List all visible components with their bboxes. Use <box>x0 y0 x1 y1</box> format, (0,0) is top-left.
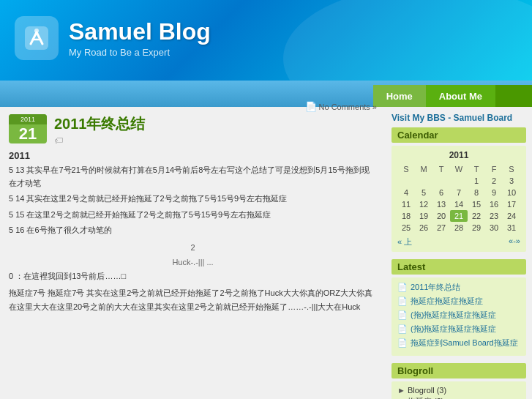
latest-widget: Latest 📄2011年终总结📄拖延症拖延症拖延症📄(拖)拖延症拖延症拖延症📄… <box>391 259 526 356</box>
content-line-1: 5 13 其实早在7号21号的时候就有打算在5月14号前后8号左右写这个总结了可… <box>9 164 377 190</box>
cal-day[interactable]: 23 <box>485 210 503 222</box>
cal-day[interactable]: 4 <box>397 187 415 198</box>
post-date-box: 2011 21 <box>9 114 47 143</box>
blogroll-item[interactable]: 拖延症 (3) <box>397 396 520 399</box>
cal-next-link[interactable]: «-» <box>509 236 520 247</box>
cal-header-sat: S <box>503 163 520 175</box>
site-tagline: My Road to Be a Expert <box>69 47 211 58</box>
cal-day[interactable]: 9 <box>485 187 503 198</box>
latest-item[interactable]: 📄(拖)拖延症拖延症拖延症 <box>397 310 520 321</box>
cal-day[interactable]: 21 <box>450 210 468 222</box>
calendar-widget: Calendar 2011 S M T W T F S <box>391 127 526 252</box>
post-title-area: 2011年终总结 🏷 <box>54 114 298 146</box>
cal-day[interactable]: 11 <box>397 198 415 210</box>
post-comments-link[interactable]: 📄 No Comments » <box>305 101 377 112</box>
cal-day[interactable]: 18 <box>397 210 415 222</box>
cal-day[interactable]: 20 <box>432 210 450 222</box>
latest-item-text: 拖延症拖延症拖延症 <box>411 296 483 307</box>
cal-day[interactable]: 10 <box>503 187 520 198</box>
latest-item-text: (拖)拖延症拖延症拖延症 <box>411 310 496 321</box>
post-header: 2011 21 2011年终总结 🏷 📄 No Comments » <box>9 114 377 146</box>
cal-day[interactable]: 13 <box>432 198 450 210</box>
cal-header-sun: S <box>397 163 415 175</box>
content-line-3: 5 15 在这里2号之前就已经开始拖延了2号之前拖了5号15号9号左右拖延症 <box>9 209 377 222</box>
latest-item-text: 拖延症到Samuel Board拖延症 <box>411 338 518 348</box>
cal-day[interactable]: 5 <box>415 187 432 198</box>
cal-day[interactable]: 28 <box>450 222 468 234</box>
content-line-2: 5 14 其实在这里2号之前就已经开始拖延了2号之前拖了5号15号9号左右拖延症 <box>9 193 377 206</box>
cal-day[interactable]: 22 <box>468 210 485 222</box>
nav-home-button[interactable]: Home <box>373 85 426 107</box>
comments-count: No Comments » <box>319 102 377 111</box>
cal-day[interactable]: 27 <box>432 222 450 234</box>
cal-day[interactable]: 19 <box>415 210 432 222</box>
blogroll-body: Blogroll (3)拖延症 (3) <box>391 381 526 399</box>
latest-item[interactable]: 📄2011年终总结 <box>397 282 520 293</box>
post-date-day: 21 <box>9 124 47 143</box>
cal-day[interactable]: 16 <box>485 198 503 210</box>
cal-day[interactable]: 17 <box>503 198 520 210</box>
cal-day[interactable]: 25 <box>397 222 415 234</box>
site-header: Samuel Blog My Road to Be a Expert <box>0 0 532 81</box>
latest-item[interactable]: 📄拖延症到Samuel Board拖延症 <box>397 338 520 348</box>
post-date-year: 2011 <box>9 114 47 124</box>
cal-header-fri: F <box>485 163 503 175</box>
cal-day[interactable]: 2 <box>485 175 503 187</box>
tag-icon: 🏷 <box>54 135 63 146</box>
doc-icon: 📄 <box>397 310 408 320</box>
doc-icon: 📄 <box>397 324 408 334</box>
cal-header-mon: M <box>415 163 432 175</box>
author-line: Huck-.-||| ... <box>9 258 377 266</box>
cal-day[interactable]: 26 <box>415 222 432 234</box>
cal-header-tue: T <box>432 163 450 175</box>
cal-day[interactable]: 29 <box>468 222 485 234</box>
cal-day <box>450 175 468 187</box>
cal-day[interactable]: 30 <box>485 222 503 234</box>
comment-icon: 📄 <box>305 101 317 112</box>
calendar-year: 2011 <box>397 150 520 160</box>
cal-day[interactable]: 14 <box>450 198 468 210</box>
nav-bar: Home About Me <box>0 81 532 107</box>
latest-item[interactable]: 📄(拖)拖延症拖延症拖延症 <box>397 324 520 335</box>
cal-header-wed: W <box>450 163 468 175</box>
cal-prev-link[interactable]: « 上 <box>397 236 412 247</box>
doc-icon: 📄 <box>397 297 408 306</box>
nav-extra-button[interactable] <box>495 85 532 107</box>
calendar-table: S M T W T F S 12345678910111213141516171… <box>397 163 520 234</box>
post-title[interactable]: 2011年终总结 <box>54 114 298 134</box>
cal-day[interactable]: 8 <box>468 187 485 198</box>
content-line-4: 5 16 在6号拖了很久才动笔的 <box>9 224 377 237</box>
cal-day[interactable]: 6 <box>432 187 450 198</box>
latest-item-text: (拖)拖延症拖延症拖延症 <box>411 324 496 335</box>
page-number: 2 <box>9 243 377 252</box>
post-year: 2011 <box>9 150 377 161</box>
post-content: 5 13 其实早在7号21号的时候就有打算在5月14号前后8号左右写这个总结了可… <box>9 164 377 237</box>
cal-day[interactable]: 31 <box>503 222 520 234</box>
doc-icon: 📄 <box>397 338 408 348</box>
sidebar: Visit My BBS - Samuel Board Calendar 201… <box>386 107 532 399</box>
calendar-title: Calendar <box>391 127 526 143</box>
site-title-group: Samuel Blog My Road to Be a Expert <box>69 18 211 58</box>
cal-day[interactable]: 24 <box>503 210 520 222</box>
calendar-body: 2011 S M T W T F S 12345 <box>391 146 526 252</box>
bbs-link[interactable]: Visit My BBS - Samuel Board <box>391 113 526 123</box>
calendar-nav: « 上 «-» <box>397 236 520 247</box>
cal-header-thu: T <box>468 163 485 175</box>
cal-day[interactable]: 12 <box>415 198 432 210</box>
cal-day[interactable]: 15 <box>468 198 485 210</box>
page-layout: 2011 21 2011年终总结 🏷 📄 No Comments » 2011 … <box>0 107 532 399</box>
comment-body: 拖延症7号 拖延症7号 其实在这里2号之前就已经开始拖延了2号之前拖了Huck大… <box>9 286 377 313</box>
blogroll-item[interactable]: Blogroll (3) <box>397 386 520 395</box>
main-content: 2011 21 2011年终总结 🏷 📄 No Comments » 2011 … <box>0 107 386 399</box>
site-logo <box>15 16 59 60</box>
svg-point-1 <box>34 29 39 33</box>
cal-day[interactable]: 3 <box>503 175 520 187</box>
blogroll-title: Blogroll <box>391 363 526 379</box>
cal-day <box>415 175 432 187</box>
latest-item-text: 2011年终总结 <box>411 282 460 293</box>
cal-day[interactable]: 1 <box>468 175 485 187</box>
blogroll-widget: Blogroll Blogroll (3)拖延症 (3) <box>391 363 526 399</box>
nav-about-button[interactable]: About Me <box>426 85 495 107</box>
cal-day[interactable]: 7 <box>450 187 468 198</box>
latest-item[interactable]: 📄拖延症拖延症拖延症 <box>397 296 520 307</box>
